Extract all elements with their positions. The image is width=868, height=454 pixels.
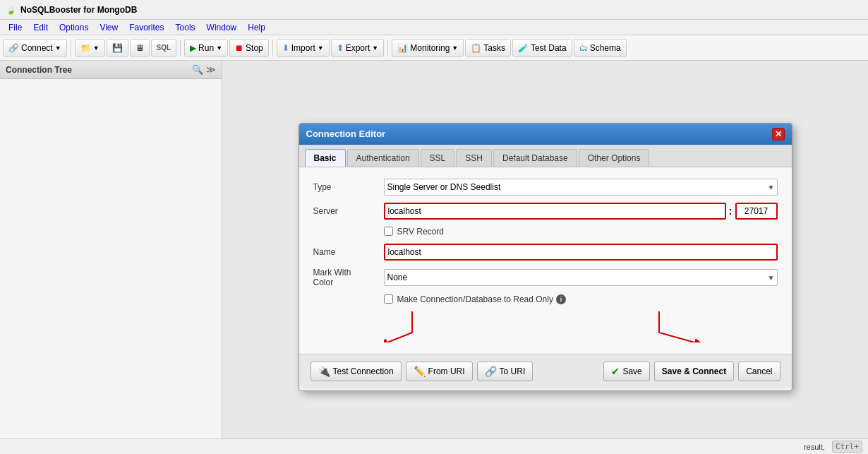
- server-input[interactable]: [384, 203, 726, 220]
- connect-dropdown-icon: ▼: [55, 44, 61, 52]
- srv-record-label: SRV Record: [397, 227, 444, 237]
- type-select[interactable]: Single Server or DNS Seedlist Replica Se…: [384, 179, 778, 196]
- tab-default-database[interactable]: Default Database: [493, 149, 577, 167]
- menu-view[interactable]: View: [94, 21, 123, 34]
- stop-button[interactable]: ⏹ Stop: [229, 39, 269, 57]
- monitoring-dropdown-icon: ▼: [452, 44, 458, 52]
- server-row: Server :: [313, 203, 778, 220]
- run-button[interactable]: ▶ Run ▼: [184, 39, 228, 57]
- test-data-button[interactable]: 🧪 Test Data: [512, 39, 572, 57]
- to-uri-icon: 🔗: [485, 366, 497, 377]
- search-icon[interactable]: 🔍: [192, 64, 203, 75]
- dialog-close-button[interactable]: ✕: [772, 128, 785, 141]
- run-icon: ▶: [190, 43, 196, 53]
- arrow-area: [313, 311, 778, 342]
- connection-tree-title: Connection Tree: [6, 65, 72, 75]
- tab-authentication[interactable]: Authentication: [347, 149, 419, 167]
- camera-icon: 🖥: [135, 43, 144, 53]
- dialog-overlay: Connection Editor ✕ Basic Authentication…: [222, 61, 868, 438]
- menu-edit[interactable]: Edit: [28, 21, 54, 34]
- test-data-icon: 🧪: [518, 43, 529, 53]
- arrow-left-svg: [384, 311, 440, 342]
- test-connection-icon: 🔌: [318, 366, 330, 377]
- status-shortcut: result, Ctrl+: [804, 441, 862, 453]
- import-button[interactable]: ⬇ Import ▼: [277, 39, 330, 57]
- sql-button[interactable]: SQL: [151, 39, 177, 57]
- save-and-connect-button[interactable]: Save & Connect: [654, 362, 734, 381]
- sidebar: Connection Tree 🔍 ≫: [0, 61, 222, 438]
- to-uri-label: To URI: [500, 366, 526, 376]
- save-dialog-label: Save: [622, 366, 641, 376]
- info-icon: i: [556, 294, 566, 304]
- menu-file[interactable]: File: [3, 21, 28, 34]
- status-bar: result, Ctrl+: [0, 438, 868, 454]
- menu-options[interactable]: Options: [54, 21, 94, 34]
- srv-record-row: SRV Record: [313, 227, 778, 237]
- save-button[interactable]: 💾: [107, 39, 128, 57]
- screenshot-button[interactable]: 🖥: [130, 39, 150, 57]
- collapse-icon[interactable]: ≫: [206, 64, 216, 75]
- tab-basic[interactable]: Basic: [305, 149, 346, 167]
- name-input[interactable]: [384, 244, 778, 261]
- color-select[interactable]: None Red Green Blue: [384, 269, 778, 286]
- connect-icon: 🔗: [8, 43, 19, 53]
- server-input-group: :: [384, 203, 778, 220]
- content-area: Connection Editor ✕ Basic Authentication…: [222, 61, 868, 438]
- toolbar: 🔗 Connect ▼ 📁 ▼ 💾 🖥 SQL ▶ Run ▼ ⏹ Stop ⬇…: [0, 35, 868, 61]
- save-dialog-button[interactable]: ✔ Save: [603, 362, 649, 381]
- port-input[interactable]: [735, 203, 778, 220]
- import-icon: ⬇: [282, 43, 289, 53]
- type-row: Type Single Server or DNS Seedlist Repli…: [313, 179, 778, 196]
- sql-icon: SQL: [157, 44, 171, 52]
- from-uri-icon: ✏️: [414, 366, 426, 377]
- app-icon: 🍃: [6, 5, 16, 15]
- dialog-tabs: Basic Authentication SSL SSH Default Dat…: [299, 145, 792, 167]
- menu-tools[interactable]: Tools: [170, 21, 201, 34]
- schema-button[interactable]: 🗂 Schema: [574, 39, 627, 57]
- type-select-wrapper: Single Server or DNS Seedlist Replica Se…: [384, 179, 778, 196]
- tab-other-options[interactable]: Other Options: [579, 149, 650, 167]
- tasks-label: Tasks: [483, 43, 505, 53]
- connection-editor-dialog: Connection Editor ✕ Basic Authentication…: [299, 123, 792, 391]
- stop-icon: ⏹: [235, 43, 243, 53]
- test-connection-label: Test Connection: [333, 366, 394, 376]
- status-shortcut-key: Ctrl+: [832, 441, 862, 453]
- tab-ssh[interactable]: SSH: [456, 149, 492, 167]
- export-label: Export: [346, 43, 370, 53]
- connect-button[interactable]: 🔗 Connect ▼: [3, 39, 67, 57]
- from-uri-button[interactable]: ✏️ From URI: [406, 362, 473, 381]
- monitoring-button[interactable]: 📊 Monitoring ▼: [392, 39, 464, 57]
- monitoring-label: Monitoring: [410, 43, 450, 53]
- from-uri-label: From URI: [428, 366, 465, 376]
- menu-favorites[interactable]: Favorites: [123, 21, 169, 34]
- arrow-right-svg: [624, 311, 709, 342]
- export-button[interactable]: ⬆ Export ▼: [331, 39, 385, 57]
- import-dropdown-icon: ▼: [318, 44, 324, 52]
- tasks-button[interactable]: 📋 Tasks: [465, 39, 511, 57]
- sidebar-header: Connection Tree 🔍 ≫: [0, 61, 222, 79]
- dialog-title-bar: Connection Editor ✕: [299, 124, 792, 145]
- mark-with-color-label: Mark WithColor: [313, 268, 384, 287]
- name-row: Name: [313, 244, 778, 261]
- cancel-button[interactable]: Cancel: [738, 362, 780, 381]
- title-bar: 🍃 NoSQLBooster for MongoDB: [0, 0, 868, 20]
- run-dropdown-icon: ▼: [216, 44, 222, 52]
- save-dialog-icon: ✔: [611, 366, 620, 377]
- main-layout: Connection Tree 🔍 ≫ Connection Editor ✕ …: [0, 61, 868, 438]
- import-label: Import: [291, 43, 315, 53]
- read-only-checkbox[interactable]: [384, 294, 393, 304]
- separator-2: [180, 40, 181, 56]
- test-connection-button[interactable]: 🔌 Test Connection: [311, 362, 402, 381]
- to-uri-button[interactable]: 🔗 To URI: [477, 362, 534, 381]
- save-file-button[interactable]: 📁 ▼: [75, 39, 105, 57]
- sidebar-icon-group: 🔍 ≫: [192, 64, 216, 75]
- menu-help[interactable]: Help: [242, 21, 271, 34]
- test-data-label: Test Data: [531, 43, 567, 53]
- tab-ssl[interactable]: SSL: [421, 149, 455, 167]
- menu-window[interactable]: Window: [201, 21, 243, 34]
- schema-label: Schema: [590, 43, 621, 53]
- export-icon: ⬆: [337, 43, 344, 53]
- separator-4: [387, 40, 388, 56]
- colon-separator: :: [729, 205, 733, 217]
- srv-record-checkbox[interactable]: [384, 227, 393, 236]
